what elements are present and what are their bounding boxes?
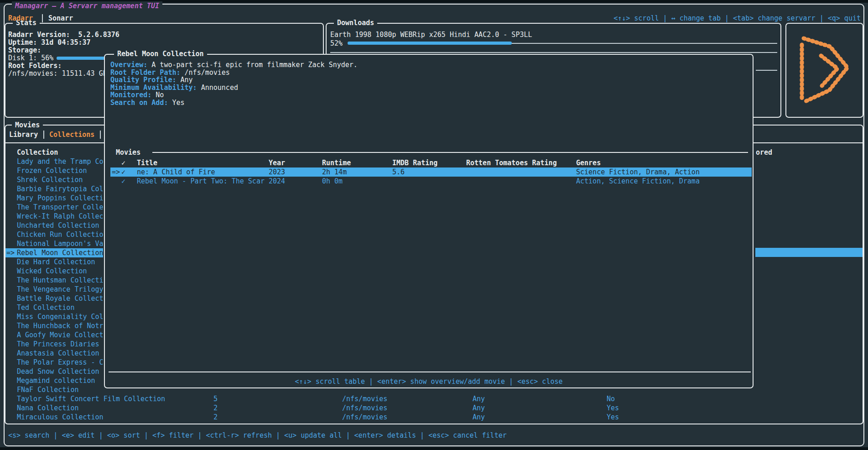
selection-arrow: => <box>112 167 120 177</box>
collection-row[interactable]: Lady and the Tramp Co <box>17 157 104 166</box>
disk-usage-gauge <box>57 57 106 60</box>
collection-row[interactable]: The Polar Express - C <box>17 358 104 367</box>
downloads-panel-title: Downloads <box>334 18 377 27</box>
collection-count-cell: 5 <box>213 394 218 403</box>
movies-tab-separator-2 <box>100 131 101 139</box>
movie-imdb-cell: 5.6 <box>392 167 405 177</box>
top-keybind-hints: <↑↓> scroll | ↔ change tab | <tab> chang… <box>613 14 861 23</box>
modal-movies-section-title: Movies <box>116 148 140 157</box>
modal-movies-title-line <box>152 152 748 153</box>
collection-search-on-add-cell: Yes <box>607 413 619 422</box>
collection-row[interactable]: A Goofy Movie Collect <box>17 330 104 340</box>
collection-path-cell: /nfs/movies <box>342 394 387 403</box>
download-progress-gauge <box>348 42 512 45</box>
modal-field-value: Announced <box>197 84 238 92</box>
collection-row-full[interactable]: Nana Collection2/nfs/moviesAnyYes <box>0 403 863 413</box>
managarr-tui-screen: { "colors": { "background": "#243138", "… <box>0 0 868 450</box>
movie-year-cell: 2023 <box>269 167 285 177</box>
collection-search-on-add-cell: No <box>607 394 615 403</box>
movie-genres-cell: Science Fiction, Drama, Action <box>576 167 700 177</box>
app-title: Managarr — A Servarr management TUI <box>12 1 162 10</box>
bottom-keybind-hints: <s> search | <e> edit | <o> sort | <f> f… <box>8 431 507 440</box>
collection-name-cell: Miraculous Collection <box>17 413 104 422</box>
collection-profile-cell: Any <box>473 394 485 403</box>
collection-profile-cell: Any <box>473 413 485 422</box>
movie-title-cell: Rebel Moon - Part Two: The Scar <box>137 177 265 186</box>
collections-header-collection: Collection <box>17 148 58 157</box>
movies-panel-title: Movies <box>12 120 43 130</box>
modal-col-year: Year <box>269 158 285 167</box>
modal-col-imdb: IMDB Rating <box>392 158 437 167</box>
collection-count-cell: 2 <box>213 413 218 422</box>
collection-path-cell: /nfs/movies <box>342 403 387 413</box>
collection-row-full[interactable]: Miraculous Collection2/nfs/moviesAnyYes <box>0 413 863 422</box>
terminal-bottom-strip <box>0 447 868 450</box>
collection-profile-cell: Any <box>473 403 485 413</box>
collection-row[interactable]: Ted Collection <box>17 303 104 312</box>
collection-row[interactable]: Miss Congeniality Col <box>17 312 104 321</box>
modal-col-check: ✓ <box>121 158 125 167</box>
modal-col-rt: Rotten Tomatoes Rating <box>466 158 557 167</box>
collection-row[interactable]: The Transporter Colle <box>17 203 104 212</box>
selection-arrow: => <box>6 248 15 257</box>
movie-title-cell: ne: A Child of Fire <box>137 167 215 177</box>
collection-row[interactable]: The Hunchback of Notr <box>17 321 104 330</box>
collection-row[interactable]: Wreck-It Ralph Collec <box>17 212 104 221</box>
collection-row[interactable]: The Huntsman Collecti <box>17 276 104 285</box>
collection-row[interactable]: Die Hard Collection <box>17 257 104 267</box>
modal-col-genres: Genres <box>576 158 601 167</box>
collection-row-label: Rebel Moon Collection <box>17 248 103 257</box>
download-progress-track-3 <box>756 70 777 71</box>
movie-check-cell: ✓ <box>121 167 125 177</box>
collection-details-modal: Rebel Moon Collection Overview: A two-pa… <box>104 54 754 388</box>
modal-field-label: Search on Add: <box>110 99 168 107</box>
collection-path-cell: /nfs/movies <box>342 413 387 422</box>
movie-runtime-cell: 2h 14m <box>322 167 347 177</box>
collection-row-full[interactable]: Taylor Swift Concert Film Collection5/nf… <box>0 394 863 403</box>
tab-separator <box>42 14 43 22</box>
collection-row-selected[interactable]: =>Rebel Moon Collection <box>5 248 103 257</box>
modal-keybind-hints: <↑↓> scroll table | <enter> show overvie… <box>105 377 753 386</box>
collection-count-cell: 2 <box>213 403 218 413</box>
download-percent: 52% <box>330 39 343 48</box>
collection-row[interactable]: Frozen Collection <box>17 166 104 175</box>
collection-row[interactable]: Megamind collection <box>17 376 104 385</box>
modal-footer-separator <box>109 372 751 372</box>
collection-row[interactable]: The Vengeance Trilogy <box>17 285 104 294</box>
stats-root-folder: /nfs/movies: 11511.43 GB <box>8 69 107 78</box>
tab-collections[interactable]: Collections <box>49 130 94 139</box>
modal-title: Rebel Moon Collection <box>114 49 207 58</box>
collection-row[interactable]: Uncharted Collection <box>17 221 104 230</box>
collection-row[interactable]: FNaF Collection <box>17 385 104 394</box>
movie-row-selected[interactable]: =>✓ne: A Child of Fire20232h 14m5.6Scien… <box>110 167 752 177</box>
collection-row[interactable]: Shrek Collection <box>17 175 104 184</box>
collection-name-cell: Taylor Swift Concert Film Collection <box>17 394 165 403</box>
tab-radarr[interactable]: Radarr <box>8 14 33 23</box>
collection-search-on-add-cell: Yes <box>607 403 619 413</box>
download-item-name: Earth 1998 1080p WEBRip x265 Hindi AAC2.… <box>330 30 532 39</box>
modal-field: Search on Add: Yes <box>110 98 185 107</box>
collection-row[interactable]: Barbie Fairytopia Col <box>17 184 104 194</box>
collection-row[interactable]: National Lampoon's Va <box>17 239 104 248</box>
collection-row[interactable]: The Princess Diaries <box>17 340 104 349</box>
movie-check-cell: ✓ <box>121 177 125 186</box>
collection-row[interactable]: Chicken Run Collectio <box>17 230 104 239</box>
modal-col-runtime: Runtime <box>322 158 351 167</box>
tab-sonarr[interactable]: Sonarr <box>48 14 73 23</box>
selected-row-right-sliver <box>755 248 863 257</box>
movie-genres-cell: Action, Science Fiction, Drama <box>576 177 700 186</box>
logo-panel <box>785 23 863 118</box>
collection-row[interactable]: Battle Royale Collect <box>17 294 104 303</box>
movie-row[interactable]: ✓Rebel Moon - Part Two: The Scar20240h 0… <box>110 177 752 186</box>
collection-row[interactable]: Anastasia Collection <box>17 349 104 358</box>
collection-row[interactable]: Mary Poppins Collecti <box>17 194 104 203</box>
modal-col-title: Title <box>137 158 157 167</box>
radarr-logo-icon <box>794 32 858 110</box>
tab-library[interactable]: Library <box>9 130 38 139</box>
collection-row[interactable]: Dead Snow Collection <box>17 367 104 376</box>
collection-row[interactable]: Wicked Collection <box>17 267 104 276</box>
download-progress-track-2 <box>330 52 777 53</box>
download-progress-track <box>512 43 777 44</box>
movie-runtime-cell: 0h 0m <box>322 177 343 186</box>
movies-tab-separator-1 <box>43 131 44 139</box>
